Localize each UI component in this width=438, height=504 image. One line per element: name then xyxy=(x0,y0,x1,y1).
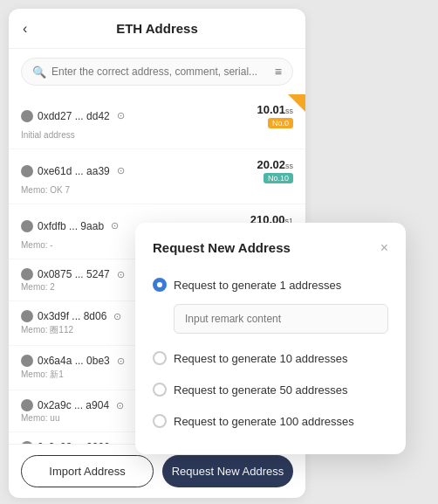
coin-icon xyxy=(21,441,33,444)
radio-option[interactable]: Request to generate 100 addresses xyxy=(153,405,388,437)
radio-circle xyxy=(153,351,167,365)
coin-icon xyxy=(21,399,33,411)
back-button[interactable]: ‹ xyxy=(23,21,27,37)
address-text: 0x2a9c ... a904 xyxy=(38,399,109,411)
svg-point-4 xyxy=(24,313,31,320)
request-modal: Request New Address × Request to generat… xyxy=(135,223,406,454)
address-text: 0x0875 ... 5247 xyxy=(38,268,110,280)
radio-option[interactable]: Request to generate 10 addresses xyxy=(153,342,388,374)
coin-icon xyxy=(21,355,33,367)
copy-icon[interactable]: ⊙ xyxy=(111,220,119,231)
list-item: 0xdd27 ... dd42 ⊙ 10.01ss No.0 Initial a… xyxy=(9,94,305,149)
svg-point-3 xyxy=(24,271,31,278)
svg-point-0 xyxy=(24,113,31,120)
copy-icon[interactable]: ⊙ xyxy=(113,311,121,322)
header: ‹ ETH Address xyxy=(9,9,305,49)
svg-point-1 xyxy=(24,168,31,175)
address-text: 0x3d9f ... 8d06 xyxy=(38,310,106,322)
radio-circle xyxy=(153,278,167,292)
copy-icon[interactable]: ⊙ xyxy=(117,165,125,176)
modal-options: Request to generate 1 addresses Request … xyxy=(153,269,388,437)
coin-icon xyxy=(21,110,33,122)
radio-label: Request to generate 50 addresses xyxy=(174,383,347,397)
coin-icon xyxy=(21,165,33,177)
filter-icon[interactable]: ≡ xyxy=(275,65,282,79)
initial-badge xyxy=(288,94,305,112)
coin-icon xyxy=(21,268,33,280)
search-icon: 🔍 xyxy=(32,66,46,79)
radio-circle xyxy=(153,414,167,428)
radio-label: Request to generate 10 addresses xyxy=(174,352,347,365)
radio-option[interactable]: Request to generate 1 addresses xyxy=(153,269,388,300)
modal-header: Request New Address × xyxy=(153,240,388,255)
address-label: Initial address xyxy=(21,130,293,140)
address-text: 0xfdfb ... 9aab xyxy=(38,220,104,232)
coin-icon xyxy=(21,220,33,232)
list-item: 0xe61d ... aa39 ⊙ 20.02ss No.10 Memo: OK… xyxy=(9,149,305,204)
address-amount: 20.02ss xyxy=(257,158,293,171)
copy-icon[interactable]: ⊙ xyxy=(117,356,125,367)
address-text: 0xdd27 ... dd42 xyxy=(38,110,110,122)
request-new-address-button[interactable]: Request New Address xyxy=(162,455,293,487)
close-icon[interactable]: × xyxy=(380,241,388,255)
radio-circle xyxy=(153,383,167,397)
copy-icon[interactable]: ⊙ xyxy=(116,400,124,411)
svg-point-2 xyxy=(24,223,31,230)
copy-icon[interactable]: ⊙ xyxy=(117,110,125,121)
copy-icon[interactable]: ⊙ xyxy=(117,269,125,280)
coin-icon xyxy=(21,310,33,322)
search-input[interactable] xyxy=(51,66,275,78)
address-badge: No.10 xyxy=(263,173,293,183)
svg-point-6 xyxy=(24,402,31,409)
svg-point-5 xyxy=(24,357,31,364)
address-memo: Memo: OK 7 xyxy=(21,185,293,195)
address-badge: No.0 xyxy=(268,118,293,128)
import-address-button[interactable]: Import Address xyxy=(21,455,154,487)
radio-option[interactable]: Request to generate 50 addresses xyxy=(153,374,388,405)
modal-title: Request New Address xyxy=(153,240,291,255)
radio-label: Request to generate 1 addresses xyxy=(174,279,341,292)
address-text: 0xe61d ... aa39 xyxy=(38,165,110,177)
remark-input[interactable] xyxy=(174,304,388,334)
address-text: 0x6a4a ... 0be3 xyxy=(38,355,110,367)
search-bar: 🔍 ≡ xyxy=(21,58,293,86)
page-title: ETH Address xyxy=(116,21,198,36)
address-text: 0x2a93 ... 2006 xyxy=(38,441,110,444)
radio-label: Request to generate 100 addresses xyxy=(174,415,354,428)
copy-icon[interactable]: ⊙ xyxy=(117,442,125,445)
